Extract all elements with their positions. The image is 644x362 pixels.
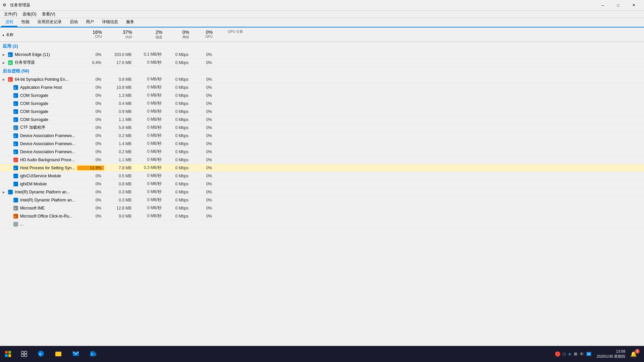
gpu-val: 0%	[191, 158, 215, 162]
table-row[interactable]: C COM Surrogate 0% 0.9 MB 0 MB/秒 0 Mbps …	[0, 108, 644, 116]
tab-services[interactable]: 服务	[122, 18, 138, 27]
mem-val: 0.5 MB	[104, 174, 134, 178]
net-val: 0 Mbps	[164, 198, 191, 202]
table-row[interactable]: D Device Association Framewo... 0% 0.2 M…	[0, 132, 644, 140]
col-network[interactable]: 0% 网络	[164, 29, 191, 40]
disk-val: 0 MB/秒	[134, 197, 164, 203]
table-row[interactable]: D Device Association Framewo... 0% 0.2 M…	[0, 148, 644, 156]
table-row[interactable]: D Device Association Framewo... 0% 1.4 M…	[0, 140, 644, 148]
process-label: Intel(R) Dynamic Platform an...	[20, 198, 75, 202]
process-name-msime: M Microsoft IME	[0, 206, 77, 210]
mem-pct: 37%	[106, 29, 132, 35]
table-row[interactable]: C CTF 加载程序 0% 5.8 MB 0 MB/秒 0 Mbps 0%	[0, 124, 644, 132]
process-label: 任务管理器	[15, 60, 35, 65]
process-icon-edge: e	[8, 52, 13, 57]
cpu-val: 0.4%	[77, 60, 104, 65]
table-row[interactable]: i igfxCUIService Module 0% 0.5 MB 0 MB/秒…	[0, 172, 644, 180]
net-val: 0 Mbps	[164, 109, 191, 114]
table-row[interactable]: ♪ HD Audio Background Proce... 0% 1.1 MB…	[0, 156, 644, 164]
tab-details[interactable]: 详细信息	[98, 18, 122, 27]
col-memory[interactable]: 37% 内存	[104, 29, 134, 40]
col-gpu-engine[interactable]: GPU 引擎	[215, 29, 245, 40]
table-row[interactable]: C COM Surrogate 0% 1.3 MB 0 MB/秒 0 Mbps …	[0, 92, 644, 100]
taskbar-app-explorer[interactable]	[50, 346, 67, 362]
process-icon-office: O	[13, 214, 18, 219]
cpu-val: 0%	[77, 206, 104, 210]
taskbar-app-outlook[interactable]: O	[85, 346, 102, 362]
process-name-ctf: C CTF 加载程序	[0, 125, 77, 130]
close-button[interactable]: ✕	[626, 0, 641, 11]
task-view-button[interactable]	[16, 346, 32, 362]
process-icon-daf1: D	[13, 133, 18, 138]
process-label: Device Association Framewo...	[20, 141, 75, 146]
table-row[interactable]: H Host Process for Setting Syn... 11.9% …	[0, 164, 644, 172]
start-button[interactable]	[0, 346, 16, 362]
process-name-hdaudio: ♪ HD Audio Background Proce...	[0, 158, 77, 162]
mem-val: 1.3 MB	[104, 93, 134, 98]
tray-icon-m: M	[586, 352, 591, 356]
table-row[interactable]: I Intel(R) Dynamic Platform an... 0% 0.3…	[0, 188, 644, 196]
mem-val: 12.8 MB	[104, 206, 134, 210]
table-row[interactable]: S 64-bit Synaptics Pointing En... 0% 0.8…	[0, 75, 644, 83]
table-row[interactable]: A Application Frame Host 0% 10.8 MB 0 MB…	[0, 83, 644, 92]
process-name-synaptics: S 64-bit Synaptics Pointing En...	[0, 77, 77, 82]
table-row[interactable]: M Microsoft IME 0% 12.8 MB 0 MB/秒 0 Mbps…	[0, 204, 644, 212]
app-icon: ⚙	[3, 3, 8, 8]
gpu-val: 0%	[191, 198, 215, 202]
mem-val: 1.1 MB	[104, 117, 134, 122]
tray-icon-1: 🔴	[555, 351, 560, 357]
tab-app-history[interactable]: 应用历史记录	[34, 18, 66, 27]
mem-val: 1.4 MB	[104, 141, 134, 146]
table-row[interactable]: e Microsoft Edge (11) 0% 203.0 MB 0.1 MB…	[0, 51, 644, 59]
taskbar-clock[interactable]: 13:58 2020/1/30 星期四	[594, 349, 628, 359]
cpu-val: 0%	[77, 109, 104, 114]
process-label: 64-bit Synaptics Pointing En...	[15, 77, 68, 82]
taskbar-app-edge[interactable]: e	[32, 346, 50, 362]
tab-startup[interactable]: 启动	[66, 18, 82, 27]
tab-users[interactable]: 用户	[82, 18, 98, 27]
col-name[interactable]: 名称	[0, 29, 77, 40]
col-gpu[interactable]: 0% GPU	[191, 29, 215, 40]
col-cpu[interactable]: 16% CPU	[77, 29, 104, 40]
tray-icon-2: □	[563, 352, 566, 356]
table-row[interactable]: ...	[0, 220, 644, 228]
table-row[interactable]: C COM Surrogate 0% 0.4 MB 0 MB/秒 0 Mbps …	[0, 100, 644, 108]
cpu-val: 0%	[77, 133, 104, 138]
cpu-val: 0%	[77, 190, 104, 194]
table-row[interactable]: O Microsoft Office Click-to-Ru... 0% 9.0…	[0, 212, 644, 220]
cpu-val: 0%	[77, 77, 104, 82]
expand-icon	[3, 190, 7, 194]
process-icon-com1: C	[13, 93, 18, 98]
menu-file[interactable]: 文件(F)	[1, 11, 20, 18]
process-icon-com4: C	[13, 117, 18, 122]
process-list[interactable]: 应用 (2) e Microsoft Edge (11) 0% 203.0 MB…	[0, 42, 644, 350]
table-row[interactable]: I Intel(R) Dynamic Platform an... 0% 0.3…	[0, 196, 644, 204]
taskbar-app-mail[interactable]	[67, 346, 85, 362]
svg-text:C: C	[14, 95, 16, 97]
menu-options[interactable]: 选项(O)	[20, 11, 39, 18]
minimize-button[interactable]: ─	[595, 0, 610, 11]
tab-process[interactable]: 进程	[1, 18, 17, 27]
tab-performance[interactable]: 性能	[17, 18, 34, 27]
net-val: 0 Mbps	[164, 182, 191, 186]
cpu-val: 0%	[77, 85, 104, 90]
table-row[interactable]: ⚙ 任务管理器 0.4% 17.6 MB 0 MB/秒 0 Mbps 0%	[0, 59, 644, 67]
process-name-hostproc: H Host Process for Setting Syn...	[0, 166, 77, 170]
menu-view[interactable]: 查看(V)	[39, 11, 58, 18]
table-row[interactable]: C COM Surrogate 0% 1.1 MB 0 MB/秒 0 Mbps …	[0, 116, 644, 124]
process-label: COM Surrogate	[20, 109, 48, 114]
net-val: 0 Mbps	[164, 174, 191, 178]
taskbar-notification-button[interactable]: 🔔 4	[628, 346, 644, 362]
process-icon-taskmgr: ⚙	[8, 60, 13, 65]
svg-text:S: S	[9, 78, 10, 81]
process-name-intel1: I Intel(R) Dynamic Platform an...	[0, 190, 77, 194]
gpu-val: 0%	[191, 77, 215, 82]
expand-icon	[3, 77, 7, 81]
net-val: 0 Mbps	[164, 93, 191, 98]
gpu-val: 0%	[191, 166, 215, 170]
maximize-button[interactable]: □	[610, 0, 626, 11]
table-row[interactable]: i igfxEM Module 0% 0.8 MB 0 MB/秒 0 Mbps …	[0, 180, 644, 188]
col-disk[interactable]: 2% 磁盘	[134, 29, 164, 40]
net-val: 0 Mbps	[164, 190, 191, 194]
disk-val: 0 MB/秒	[134, 181, 164, 187]
